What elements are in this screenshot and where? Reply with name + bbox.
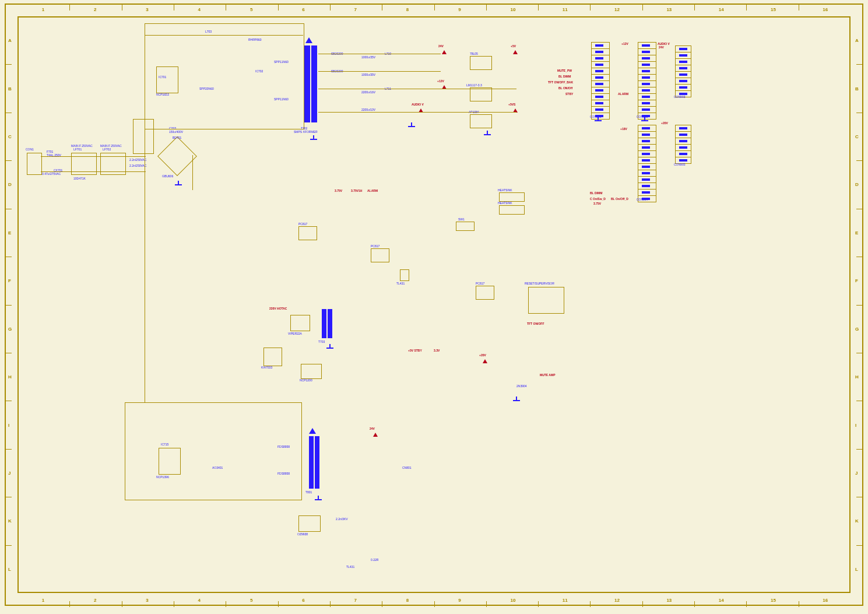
ruler-row-label: F	[8, 278, 11, 283]
ruler-row-label: I	[855, 423, 856, 428]
ruler-row-label: D	[855, 182, 859, 187]
wire	[145, 35, 145, 402]
main-fet1: SPP11N60	[274, 61, 289, 64]
ruler-tick	[6, 160, 12, 161]
pfc-ic-body	[156, 66, 178, 93]
reg1	[470, 56, 492, 70]
con902	[638, 42, 656, 120]
bulkc-val: 150u/400V	[169, 131, 183, 134]
ruler-row-label: A	[855, 38, 859, 43]
ruler-tick	[799, 601, 799, 607]
ruler-col-label: 14	[719, 598, 724, 603]
ruler-tick	[642, 601, 643, 607]
inv-tx-core2	[315, 436, 319, 489]
ruler-col-label: 11	[563, 598, 568, 603]
ruler-col-label: 14	[719, 7, 724, 12]
arrow-5v	[513, 50, 518, 54]
ruler-tick	[694, 601, 695, 607]
ruler-tick	[746, 5, 747, 10]
ruler-row-label: E	[8, 230, 11, 236]
ldo	[470, 114, 492, 128]
ruler-row-label: C	[855, 134, 859, 139]
ruler-tick	[856, 113, 862, 113]
emi1-ref: LF701	[73, 148, 82, 152]
tl431-1-val: TL431	[396, 282, 405, 286]
gnd-icon	[595, 117, 602, 122]
lamp-conn: CN801	[402, 466, 412, 470]
supervisor-val: RESET/SUPERVISOR	[525, 282, 554, 286]
ruler-tick	[6, 353, 12, 353]
ruler-col-label: 8	[406, 7, 409, 12]
ruler-tick	[330, 5, 331, 10]
mosfet-sw: AO3401	[212, 466, 223, 470]
ruler-col-label: 8	[406, 598, 409, 603]
wire	[318, 112, 516, 113]
ruler-tick	[694, 5, 695, 10]
ruler-col-label: 10	[510, 7, 515, 12]
cout4: 2200u/10V	[361, 108, 375, 112]
bridge-ref: BD701	[173, 136, 181, 140]
net-5v: +5V	[511, 44, 516, 48]
ruler-tick	[590, 601, 591, 607]
ruler-col-label: 12	[614, 598, 620, 603]
sw-ic-val: NCP1200	[300, 379, 312, 383]
ruler-row-label: L	[8, 567, 11, 572]
ruler-tick	[226, 601, 226, 607]
wire	[41, 156, 146, 157]
ruler-tick	[69, 601, 70, 607]
net-5vstby: +5V STBY	[408, 349, 422, 352]
ruler-col-label: 16	[823, 7, 828, 12]
sw-link-label: SW1	[458, 218, 465, 222]
pfc-l: L703	[205, 30, 212, 34]
net-alarm: ALARM	[367, 189, 378, 192]
main-ic-ref: IC702	[255, 70, 263, 73]
ruler-row-label: C	[8, 134, 12, 139]
tl431-1	[400, 269, 409, 281]
ruler-tick	[122, 5, 122, 10]
ruler-tick	[6, 545, 12, 546]
c901-tft: TFT ON/OFF_BAK	[548, 80, 573, 84]
net-24v: 24V	[438, 44, 444, 48]
ruler-tick	[6, 209, 12, 209]
ruler-tick	[590, 5, 591, 10]
ruler-col-label: 2	[94, 7, 96, 12]
ruler-tick	[856, 209, 862, 209]
net-5vs: +5VS	[508, 103, 515, 106]
hv-cap: 2.2n/3KV	[336, 518, 348, 521]
ruler-col-label: 4	[198, 7, 201, 12]
reg2-val: LM1117-3.3	[466, 84, 482, 87]
ruler-tick	[486, 601, 487, 607]
hs1-val: HEATSINK	[498, 189, 512, 192]
c901-bldimm: BL DIMM	[558, 75, 571, 78]
ruler-col-label: 3	[146, 598, 148, 603]
ruler-tick	[538, 5, 539, 10]
c903-audiov: AUDIO V	[658, 42, 670, 45]
ruler-tick	[6, 257, 12, 257]
gnd-icon	[641, 117, 648, 122]
inv-fet1: FDS8958	[277, 445, 290, 449]
ruler-tick	[856, 64, 862, 65]
amp-mute-q: 2N3904	[516, 385, 527, 388]
ruler-col-label: 1	[42, 7, 44, 12]
mute-amp-net: MUTE AMP	[540, 373, 555, 377]
ruler-tick	[486, 5, 487, 10]
ruler-row-label: I	[8, 423, 9, 428]
ruler-col-label: 3	[146, 7, 148, 12]
stby-tx-ref: T703	[318, 341, 325, 344]
ac-inlet-ref: CON1	[26, 148, 34, 152]
gnd-icon	[315, 496, 322, 501]
c904-18v: +18V	[620, 127, 627, 131]
ruler-col-label: 13	[666, 7, 672, 12]
c904-375: 3.75V	[593, 202, 601, 205]
inner-frame	[17, 16, 851, 593]
net-375v1h: 3.75V1H	[351, 189, 362, 192]
main-tx-core	[304, 45, 310, 122]
net-375v: 3.75V	[335, 189, 342, 192]
sup-tft: TFT ON/OFF	[527, 322, 544, 325]
con904-ref: CON904	[637, 198, 648, 202]
main-fet2: SPP11N60	[274, 98, 289, 101]
arrow-20v	[483, 359, 487, 363]
net-20v: +20V	[479, 353, 486, 357]
ruler-col-label: 12	[614, 7, 620, 12]
con903-ref: CON903	[674, 96, 685, 99]
